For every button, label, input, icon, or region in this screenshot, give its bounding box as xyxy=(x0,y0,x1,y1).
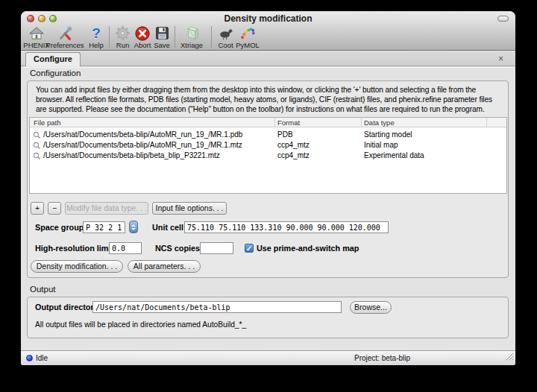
table-row[interactable]: /Users/nat/Documents/beta-blip/AutoMR_ru… xyxy=(30,141,506,150)
column-header-file-path[interactable]: File path xyxy=(34,118,60,127)
magnifier-icon xyxy=(33,152,41,162)
output-note-text: All output files will be placed in direc… xyxy=(35,320,246,329)
toolbar-item-xtriage[interactable]: Xtriage xyxy=(177,25,207,50)
input-files-table[interactable]: File path Format Data type /Users/nat/Do… xyxy=(29,117,507,194)
toolbar-label: Help xyxy=(84,42,108,49)
data-type-cell: Experimental data xyxy=(364,151,424,160)
format-cell: ccp4_mtz xyxy=(277,141,310,150)
ncs-copies-label: NCS copies : xyxy=(155,242,205,254)
table-row[interactable]: /Users/nat/Documents/beta-blip/AutoMR_ru… xyxy=(30,130,506,139)
column-separator xyxy=(361,118,362,127)
stepper-down-icon xyxy=(131,228,136,230)
file-path-cell: /Users/nat/Documents/beta-blip/beta_blip… xyxy=(43,151,220,160)
toolbar-label: Preferences xyxy=(45,42,84,49)
stepper-up-icon xyxy=(131,224,136,227)
status-state: Idle xyxy=(36,354,48,362)
space-group-input[interactable] xyxy=(83,221,125,233)
question-mark-icon: ? xyxy=(84,25,108,42)
data-type-cell: Initial map xyxy=(364,141,398,150)
output-directory-input[interactable] xyxy=(92,301,342,313)
configuration-groupbox: You can add input files by either draggi… xyxy=(27,80,509,278)
toolbar-item-save[interactable]: Save xyxy=(151,25,173,50)
crystal-icon xyxy=(177,25,207,42)
column-separator xyxy=(274,118,275,127)
magnifier-icon xyxy=(33,131,41,141)
density-modification-button[interactable]: Density modification. . . xyxy=(31,260,123,273)
column-separator xyxy=(486,118,487,127)
high-resolution-limit-input[interactable] xyxy=(109,242,142,254)
tab-close-icon[interactable]: × xyxy=(498,53,503,65)
file-path-cell: /Users/nat/Documents/beta-blip/AutoMR_ru… xyxy=(43,141,242,150)
data-type-cell: Starting model xyxy=(364,130,412,139)
density-modification-window: Density modification PHENIX xyxy=(21,11,515,365)
browse-button[interactable]: Browse... xyxy=(350,301,392,314)
table-header-row: File path Format Data type xyxy=(30,118,506,127)
space-group-label: Space group : xyxy=(35,221,89,233)
toolbar-item-pymol[interactable]: PyMOL xyxy=(234,25,261,50)
file-path-cell: /Users/nat/Documents/beta-blip/AutoMR_ru… xyxy=(43,130,242,139)
status-project: Project: beta-blip xyxy=(354,354,410,362)
magnifier-icon xyxy=(33,142,41,151)
toolbar-item-help[interactable]: ? Help xyxy=(84,25,108,50)
toolbar-label: Save xyxy=(151,42,173,49)
add-file-button[interactable]: + xyxy=(31,202,44,215)
unit-cell-label: Unit cell : xyxy=(152,221,189,233)
output-heading: Output xyxy=(30,285,56,294)
high-resolution-limit-label: High-resolution limit : xyxy=(35,242,119,254)
status-led-icon xyxy=(26,355,33,361)
output-groupbox: Output directory : Browse... All output … xyxy=(27,297,509,338)
input-file-options-button[interactable]: Input file options. . . xyxy=(152,202,227,215)
window-title: Density modification xyxy=(21,13,515,24)
instructions-text: You can add input files by either draggi… xyxy=(36,85,502,114)
window-header: Density modification PHENIX xyxy=(21,11,515,51)
all-parameters-button[interactable]: All parameters. . . xyxy=(128,260,201,273)
toolbar-separator xyxy=(175,26,175,48)
configuration-heading: Configuration xyxy=(30,69,81,78)
prime-and-switch-label: Use prime-and-switch map xyxy=(257,242,359,254)
toolbar-label: PyMOL xyxy=(234,42,261,49)
format-cell: ccp4_mtz xyxy=(277,151,310,160)
tools-icon xyxy=(45,25,84,42)
remove-file-button[interactable]: − xyxy=(48,202,61,215)
resize-grip[interactable] xyxy=(506,350,514,364)
toolbar-separator xyxy=(109,26,110,48)
toolbar-label: Xtriage xyxy=(177,42,207,49)
configure-panel: Configuration You can add input files by… xyxy=(21,67,515,350)
column-header-data-type[interactable]: Data type xyxy=(364,118,395,127)
toolbar-item-preferences[interactable]: Preferences xyxy=(45,25,84,50)
tab-bar: Configure × xyxy=(21,51,515,66)
space-group-stepper[interactable] xyxy=(129,221,138,233)
column-header-format[interactable]: Format xyxy=(277,118,300,127)
format-cell: PDB xyxy=(277,130,293,139)
ncs-copies-input[interactable] xyxy=(200,242,233,254)
modify-file-data-type-button[interactable]: Modify file data type. . . xyxy=(65,202,148,215)
prime-and-switch-checkbox[interactable]: ✓ xyxy=(245,244,254,253)
tab-configure[interactable]: Configure xyxy=(25,52,81,66)
unit-cell-input[interactable] xyxy=(184,221,389,233)
toolbar-toggle-button[interactable] xyxy=(497,16,509,22)
rainbow-ribbon-icon xyxy=(234,25,261,42)
table-row[interactable]: /Users/nat/Documents/beta-blip/beta_blip… xyxy=(30,151,506,160)
toolbar-separator xyxy=(211,26,212,48)
floppy-icon xyxy=(151,25,173,42)
status-bar: Idle Project: beta-blip xyxy=(21,350,515,365)
